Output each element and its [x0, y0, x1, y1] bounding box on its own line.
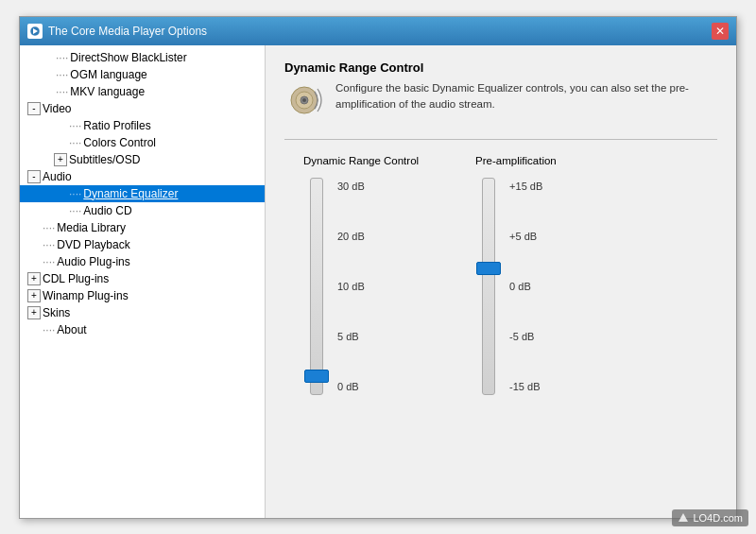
dynamic-range-slider-group: Dynamic Range Control 30 dB 20 dB 10 dB [303, 155, 419, 395]
main-window: The Core Media Player Options ✕ ···· Dir… [19, 16, 737, 519]
tree-item-dynamic-equalizer[interactable]: ···· Dynamic Equalizer [20, 185, 265, 202]
label-0db-amp: 0 dB [509, 280, 542, 293]
title-bar: The Core Media Player Options ✕ [20, 17, 736, 45]
label-minus5db: -5 dB [509, 330, 542, 343]
section-desc-area: Configure the basic Dynamic Equalizer co… [284, 80, 717, 120]
expander-cdl[interactable]: + [27, 272, 41, 285]
app-icon [27, 24, 43, 39]
expander-subtitles[interactable]: + [54, 153, 67, 166]
tree-item-video[interactable]: - Video [20, 100, 265, 117]
tree-item-audio-cd[interactable]: ···· Audio CD [20, 202, 265, 219]
speaker-icon-container [284, 80, 324, 120]
label-20db: 20 dB [337, 230, 365, 243]
label-30db: 30 dB [337, 180, 365, 193]
tree-item-cdl-plugins[interactable]: + CDL Plug-ins [20, 270, 265, 287]
tree-panel: ···· DirectShow BlackLister ···· OGM lan… [20, 45, 266, 518]
label-5db: 5 dB [337, 330, 365, 343]
watermark-icon [678, 512, 689, 524]
tree-item-directshow[interactable]: ···· DirectShow BlackLister [20, 49, 265, 66]
title-bar-left: The Core Media Player Options [27, 24, 207, 39]
tree-item-dvd-playback[interactable]: ···· DVD Playback [20, 236, 265, 253]
svg-point-6 [302, 98, 306, 102]
tree-item-skins[interactable]: + Skins [20, 304, 265, 321]
watermark: LO4D.com [672, 509, 748, 526]
tree-item-subtitles-osd[interactable]: + Subtitles/OSD [20, 151, 265, 168]
tree-item-colors-control[interactable]: ···· Colors Control [20, 134, 265, 151]
label-minus15db: -15 dB [509, 380, 542, 393]
tree-item-audio[interactable]: - Audio [20, 168, 265, 185]
svg-marker-7 [679, 513, 688, 522]
pre-amp-slider-container: +15 dB +5 dB 0 dB -5 dB -15 dB [475, 178, 542, 395]
pre-amp-slider-track-area[interactable] [475, 178, 502, 395]
close-button[interactable]: ✕ [712, 23, 729, 40]
tree-item-audio-plugins[interactable]: ···· Audio Plug-ins [20, 253, 265, 270]
pre-amp-labels: +15 dB +5 dB 0 dB -5 dB -15 dB [509, 178, 542, 395]
pre-amp-slider-group: Pre-amplification +15 dB +5 dB 0 dB [475, 155, 557, 395]
content-panel: Dynamic Range Control [266, 45, 736, 518]
window-title: The Core Media Player Options [48, 25, 207, 38]
speaker-icon [286, 82, 322, 118]
pre-amp-slider-thumb[interactable] [476, 262, 501, 275]
watermark-text: LO4D.com [693, 512, 743, 524]
label-plus15db: +15 dB [509, 180, 542, 193]
sliders-area: Dynamic Range Control 30 dB 20 dB 10 dB [284, 155, 717, 395]
expander-skins[interactable]: + [27, 306, 41, 319]
tree-item-mkv[interactable]: ···· MKV language [20, 83, 265, 100]
dynamic-range-slider-thumb[interactable] [304, 370, 329, 383]
dynamic-range-slider-container: 30 dB 20 dB 10 dB 5 dB 0 dB [303, 178, 365, 395]
tree-item-about[interactable]: ···· About [20, 321, 265, 338]
label-10db: 10 dB [337, 280, 365, 293]
expander-video[interactable]: - [27, 102, 41, 115]
dynamic-range-slider-track[interactable] [310, 178, 323, 395]
pre-amp-slider-track[interactable] [482, 178, 495, 395]
tree-item-winamp-plugins[interactable]: + Winamp Plug-ins [20, 287, 265, 304]
expander-audio[interactable]: - [27, 170, 41, 183]
section-description: Configure the basic Dynamic Equalizer co… [335, 80, 717, 113]
tree-item-ogm[interactable]: ···· OGM language [20, 66, 265, 83]
tree-item-ratio-profiles[interactable]: ···· Ratio Profiles [20, 117, 265, 134]
label-plus5db: +5 dB [509, 230, 542, 243]
dynamic-range-labels: 30 dB 20 dB 10 dB 5 dB 0 dB [337, 178, 365, 395]
pre-amp-slider-title: Pre-amplification [475, 155, 557, 166]
tree-item-media-library[interactable]: ···· Media Library [20, 219, 265, 236]
label-0db: 0 dB [337, 380, 365, 393]
dynamic-range-slider-title: Dynamic Range Control [303, 155, 419, 166]
divider [284, 139, 717, 140]
expander-winamp[interactable]: + [27, 289, 41, 302]
section-title: Dynamic Range Control [284, 60, 717, 75]
window-body: ···· DirectShow BlackLister ···· OGM lan… [20, 45, 736, 518]
dynamic-range-slider-track-area[interactable] [303, 178, 330, 395]
